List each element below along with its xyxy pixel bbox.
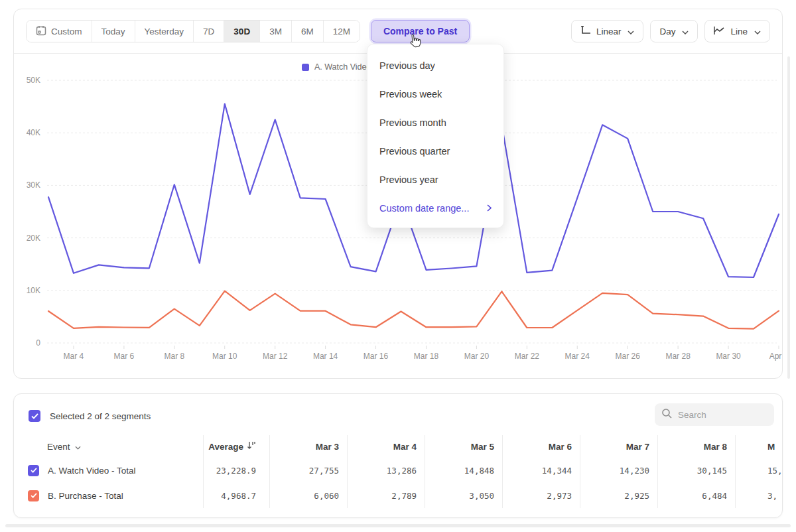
chevron-down-icon: [75, 442, 81, 452]
svg-text:Mar 30: Mar 30: [716, 352, 741, 361]
custom-date-range-label: Custom date range...: [379, 203, 469, 214]
chevron-down-icon: [628, 27, 634, 36]
hand-cursor-icon: [406, 33, 424, 51]
svg-text:Mar 14: Mar 14: [313, 352, 338, 361]
date-column-header[interactable]: M: [735, 435, 783, 458]
table-row: A. Watch Video - Total23,228.927,75513,2…: [14, 458, 783, 483]
segments-panel: Selected 2 of 2 segments EventAverageMar…: [13, 393, 783, 518]
menu-item-custom-date-range[interactable]: Custom date range...: [367, 194, 503, 222]
range-3m-button[interactable]: 3M: [260, 21, 292, 42]
average-value: 23,228.9: [203, 458, 269, 483]
svg-text:50K: 50K: [27, 76, 40, 85]
range-6m-button[interactable]: 6M: [292, 21, 324, 42]
range-yesterday-button[interactable]: Yesterday: [135, 21, 194, 42]
svg-text:Mar 28: Mar 28: [665, 352, 691, 361]
average-value: 4,968.7: [203, 483, 269, 508]
chart-type-select[interactable]: Line: [704, 20, 770, 42]
svg-text:20K: 20K: [27, 233, 40, 243]
search-icon: [661, 408, 673, 422]
data-value-cell: 3,050: [425, 483, 502, 508]
range-label: Yesterday: [145, 27, 184, 36]
line-chart-icon: [714, 26, 725, 37]
data-value-cell: 14,230: [580, 458, 657, 483]
segment-checkbox[interactable]: [28, 490, 39, 501]
menu-item-previous-year[interactable]: Previous year: [367, 165, 503, 194]
range-label: Custom: [51, 27, 82, 36]
svg-text:Mar 24: Mar 24: [565, 352, 590, 361]
svg-text:Apr 1: Apr 1: [769, 352, 783, 361]
legend-swatch: [302, 64, 309, 71]
vertical-scrollbar[interactable]: [787, 56, 790, 379]
scale-label: Linear: [596, 27, 622, 36]
svg-text:Mar 6: Mar 6: [114, 352, 135, 361]
svg-text:0: 0: [36, 338, 40, 348]
axis-scale-icon: [580, 25, 591, 37]
svg-text:Mar 16: Mar 16: [364, 352, 389, 361]
svg-text:Mar 20: Mar 20: [464, 352, 490, 361]
table-header-row: EventAverageMar 3Mar 4Mar 5Mar 6Mar 7Mar…: [14, 435, 783, 458]
horizontal-scrollbar[interactable]: [5, 524, 791, 527]
date-column-header[interactable]: Mar 4: [347, 435, 425, 458]
chevron-right-icon: [487, 203, 492, 214]
range-label: 3M: [269, 27, 282, 36]
data-value-cell: 3,: [735, 483, 783, 508]
range-custom-button[interactable]: Custom: [27, 21, 92, 42]
menu-item-previous-day[interactable]: Previous day: [367, 51, 503, 80]
segment-checkbox[interactable]: [28, 465, 39, 476]
scale-select[interactable]: Linear: [571, 20, 644, 42]
search-input[interactable]: [678, 410, 764, 420]
menu-item-previous-week[interactable]: Previous week: [367, 80, 503, 108]
sort-descending-icon: [247, 441, 256, 452]
select-all-checkbox[interactable]: [29, 410, 40, 422]
range-today-button[interactable]: Today: [92, 21, 135, 42]
chevron-down-icon: [682, 27, 689, 36]
data-value-cell: 27,755: [269, 458, 347, 483]
data-value-cell: 13,286: [347, 458, 425, 483]
range-label: Today: [101, 27, 125, 36]
data-value-cell: 6,060: [269, 483, 347, 508]
date-column-header[interactable]: Mar 8: [657, 435, 735, 458]
compare-menu: Previous dayPrevious weekPrevious monthP…: [367, 44, 504, 228]
average-column-header[interactable]: Average: [203, 435, 269, 458]
range-label: 30D: [233, 27, 250, 36]
date-column-header[interactable]: Mar 3: [269, 435, 347, 458]
svg-text:10K: 10K: [27, 286, 40, 295]
data-value-cell: 14,848: [425, 458, 502, 483]
search-box[interactable]: [655, 403, 774, 426]
menu-item-previous-month[interactable]: Previous month: [367, 108, 503, 137]
chevron-down-icon: [754, 27, 761, 36]
range-7d-button[interactable]: 7D: [194, 21, 224, 42]
range-label: 6M: [301, 27, 314, 36]
data-value-cell: 2,973: [502, 483, 580, 508]
svg-text:Mar 26: Mar 26: [616, 352, 641, 361]
date-range-group: CustomTodayYesterday7D30D3M6M12M: [26, 20, 360, 42]
event-column-header[interactable]: Event: [14, 442, 203, 452]
date-column-header[interactable]: Mar 6: [502, 435, 580, 458]
chart-type-label: Line: [730, 27, 748, 36]
range-label: 7D: [203, 27, 214, 36]
svg-text:40K: 40K: [27, 128, 40, 137]
interval-select[interactable]: Day: [650, 20, 698, 42]
segments-table: EventAverageMar 3Mar 4Mar 5Mar 6Mar 7Mar…: [14, 435, 783, 508]
analytics-page: CustomTodayYesterday7D30D3M6M12M Compare…: [0, 0, 796, 532]
interval-label: Day: [659, 27, 675, 36]
data-value-cell: 2,925: [580, 483, 657, 508]
data-value-cell: 30,145: [657, 458, 735, 483]
menu-item-previous-quarter[interactable]: Previous quarter: [367, 137, 503, 165]
date-column-header[interactable]: Mar 7: [580, 435, 657, 458]
range-12m-button[interactable]: 12M: [324, 21, 360, 42]
svg-text:Mar 10: Mar 10: [212, 352, 237, 361]
svg-text:Mar 4: Mar 4: [64, 352, 84, 361]
data-value-cell: 2,789: [347, 483, 425, 508]
data-value-cell: 6,484: [657, 483, 735, 508]
svg-text:Mar 8: Mar 8: [164, 352, 184, 361]
event-cell: A. Watch Video - Total: [14, 465, 203, 476]
calendar-icon: [36, 25, 46, 38]
table-row: B. Purchase - Total4,968.76,0602,7893,05…: [14, 483, 783, 508]
svg-text:Mar 22: Mar 22: [515, 352, 540, 361]
date-column-header[interactable]: Mar 5: [425, 435, 502, 458]
svg-text:Mar 12: Mar 12: [263, 352, 288, 361]
range-30d-button[interactable]: 30D: [224, 21, 260, 42]
data-value-cell: 15,: [735, 458, 783, 483]
event-header-label: Event: [47, 442, 70, 452]
